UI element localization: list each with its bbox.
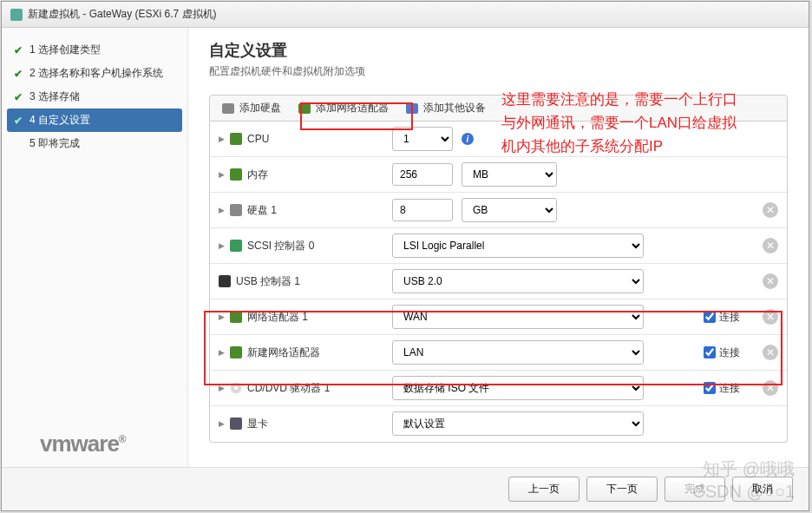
row-usb: USB 控制器 1 USB 2.0✕ bbox=[210, 264, 787, 299]
window-titlebar: 新建虚拟机 - GateWay (ESXi 6.7 虚拟机) bbox=[2, 2, 809, 28]
cd-select[interactable]: 数据存储 ISO 文件 bbox=[392, 376, 644, 400]
expand-icon[interactable]: ▶ bbox=[219, 419, 225, 428]
row-scsi: ▶SCSI 控制器 0 LSI Logic Parallel✕ bbox=[210, 228, 787, 264]
nic-icon bbox=[298, 103, 311, 114]
hdd-icon bbox=[222, 103, 234, 114]
nic-icon bbox=[230, 346, 242, 358]
window-title: 新建虚拟机 - GateWay (ESXi 6.7 虚拟机) bbox=[28, 7, 217, 22]
device-icon bbox=[406, 103, 418, 114]
row-cd: ▶CD/DVD 驱动器 1 数据存储 ISO 文件连接✕ bbox=[210, 371, 787, 406]
vmware-logo: vmware® bbox=[40, 431, 126, 457]
expand-icon[interactable]: ▶ bbox=[219, 312, 225, 321]
expand-icon[interactable]: ▶ bbox=[219, 206, 225, 214]
usb-select[interactable]: USB 2.0 bbox=[392, 269, 644, 293]
expand-icon[interactable]: ▶ bbox=[219, 241, 225, 250]
wizard-sidebar: ✔1 选择创建类型 ✔2 选择名称和客户机操作系统 ✔3 选择存储 ✔4 自定义… bbox=[2, 28, 188, 467]
gpu-icon bbox=[230, 418, 242, 430]
expand-icon[interactable]: ▶ bbox=[219, 384, 225, 392]
hdd-unit-select[interactable]: GB bbox=[462, 198, 557, 222]
add-hdd-button[interactable]: 添加硬盘 bbox=[222, 101, 281, 115]
expand-icon[interactable]: ▶ bbox=[219, 135, 225, 143]
expand-icon[interactable]: ▶ bbox=[219, 170, 225, 179]
memory-unit-select[interactable]: MB bbox=[462, 162, 557, 187]
prev-button[interactable]: 上一页 bbox=[508, 477, 580, 502]
info-icon[interactable]: i bbox=[462, 133, 474, 145]
scsi-select[interactable]: LSI Logic Parallel bbox=[392, 233, 644, 258]
usb-icon bbox=[219, 275, 231, 287]
step-2[interactable]: ✔2 选择名称和客户机操作系统 bbox=[2, 62, 187, 85]
watermark: 知乎 @哦哦CSDN @○○1 bbox=[692, 457, 795, 503]
remove-hdd-button[interactable]: ✕ bbox=[763, 202, 778, 218]
settings-panel: ▶CPU 1i ▶内存 MB ▶硬盘 1 GB✕ ▶SCSI 控制器 0 LSI… bbox=[209, 122, 788, 443]
memory-icon bbox=[230, 168, 242, 181]
remove-cd-button[interactable]: ✕ bbox=[763, 380, 778, 396]
nic1-connect-checkbox[interactable]: 连接 bbox=[704, 310, 740, 325]
page-subtitle: 配置虚拟机硬件和虚拟机附加选项 bbox=[209, 64, 788, 79]
cd-icon bbox=[230, 382, 242, 394]
cpu-select[interactable]: 1 bbox=[392, 127, 453, 151]
step-1[interactable]: ✔1 选择创建类型 bbox=[2, 38, 187, 62]
hdd-size-input[interactable] bbox=[392, 199, 453, 221]
add-other-button[interactable]: 添加其他设备 bbox=[406, 101, 486, 115]
nic2-connect-checkbox[interactable]: 连接 bbox=[704, 345, 740, 360]
row-memory: ▶内存 MB bbox=[210, 157, 787, 193]
remove-nic2-button[interactable]: ✕ bbox=[763, 345, 778, 360]
step-3[interactable]: ✔3 选择存储 bbox=[2, 85, 187, 109]
page-title: 自定义设置 bbox=[209, 40, 788, 61]
remove-scsi-button[interactable]: ✕ bbox=[763, 238, 778, 253]
nic-icon bbox=[230, 311, 242, 323]
scsi-icon bbox=[230, 240, 242, 252]
wizard-footer: 上一页 下一页 完成 取消 bbox=[2, 467, 809, 510]
vm-icon bbox=[10, 9, 23, 21]
next-button[interactable]: 下一页 bbox=[586, 477, 658, 502]
nic1-select[interactable]: WAN bbox=[392, 305, 644, 329]
remove-usb-button[interactable]: ✕ bbox=[763, 273, 778, 289]
row-hdd: ▶硬盘 1 GB✕ bbox=[210, 193, 787, 228]
step-5[interactable]: 5 即将完成 bbox=[2, 132, 187, 155]
remove-nic1-button[interactable]: ✕ bbox=[763, 309, 778, 325]
memory-input[interactable] bbox=[392, 163, 453, 186]
hdd-icon bbox=[230, 204, 242, 216]
row-nic-1: ▶网络适配器 1 WAN连接✕ bbox=[210, 299, 787, 335]
cd-connect-checkbox[interactable]: 连接 bbox=[704, 381, 740, 396]
step-4[interactable]: ✔4 自定义设置 bbox=[7, 109, 182, 132]
row-gpu: ▶显卡 默认设置 bbox=[210, 406, 787, 441]
add-nic-button[interactable]: 添加网络适配器 bbox=[298, 101, 389, 115]
row-nic-new: ▶新建网络适配器 LAN连接✕ bbox=[210, 335, 787, 371]
gpu-select[interactable]: 默认设置 bbox=[392, 411, 644, 436]
nic2-select[interactable]: LAN bbox=[392, 340, 644, 365]
expand-icon[interactable]: ▶ bbox=[219, 348, 225, 357]
annotation-note: 这里需要注意的是，需要一个上行口与外网通讯，需要一个LAN口给虚拟机内其他的子系… bbox=[501, 88, 737, 159]
cpu-icon bbox=[230, 133, 242, 145]
